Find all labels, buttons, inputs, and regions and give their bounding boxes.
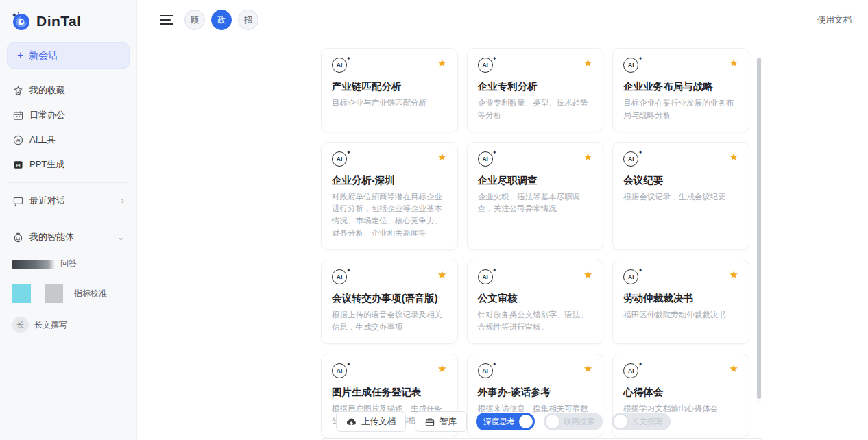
card-header: AI ✦ ★: [332, 269, 447, 286]
card-title: 会议转交办事项(语音版): [332, 292, 447, 305]
favorite-star-icon[interactable]: ★: [437, 151, 446, 162]
ai-sparkle-icon: AI ✦: [623, 363, 641, 380]
tab-gu[interactable]: 顾: [184, 10, 205, 30]
agent-card[interactable]: AI ✦ ★ 企业尽职调查 企业欠税、违法等基本尽职调查，关注公司异常情况: [467, 142, 604, 250]
agent-card[interactable]: AI ✦ ★ 企业分析-深圳 对政府单位招商等潜在目标企业进行分析，包括企业等企…: [321, 142, 458, 250]
deep-thinking-toggle[interactable]: 深度思考: [476, 413, 535, 430]
agent-card[interactable]: AI ✦ ★ 会议纪要 根据会议记录，生成会议纪要: [612, 142, 749, 250]
favorite-star-icon[interactable]: ★: [583, 363, 592, 374]
favorite-star-icon[interactable]: ★: [583, 58, 592, 68]
card-title: 劳动仲裁裁决书: [623, 292, 738, 305]
card-header: AI ✦ ★: [623, 58, 738, 74]
scrollbar-track[interactable]: [756, 58, 762, 404]
sidebar-item-label: AI工具: [29, 134, 56, 146]
card-header: AI ✦ ★: [478, 269, 593, 286]
upload-label: 上传文档: [361, 416, 396, 428]
card-title: 企业尽职调查: [478, 174, 593, 187]
favorite-star-icon[interactable]: ★: [583, 269, 592, 280]
favorite-star-icon[interactable]: ★: [730, 151, 738, 162]
agent-label: 指标校准: [74, 288, 107, 300]
knowledge-base-button[interactable]: 智库: [415, 411, 467, 432]
card-description: 企业专利数量、类型、技术趋势等分析: [478, 97, 593, 122]
sidebar-item-ppt[interactable]: PI PPT生成: [7, 152, 130, 177]
chat-bubble-icon: [12, 195, 23, 206]
card-description: 企业欠税、违法等基本尽职调查，关注公司异常情况: [478, 191, 593, 216]
card-description: 根据会议记录，生成会议纪要: [623, 191, 738, 204]
agent-item-long-writing[interactable]: 长 长文撰写: [12, 317, 124, 333]
toggle-label: 长文撰写: [631, 417, 663, 427]
sidebar-item-label: 日常办公: [29, 109, 65, 121]
sidebar-item-recent-chats[interactable]: 最近对话 ›: [7, 188, 130, 213]
favorite-star-icon[interactable]: ★: [730, 269, 738, 280]
app-title: DinTal: [36, 13, 82, 29]
upload-document-button[interactable]: 上传文档: [336, 411, 406, 432]
card-title: 企业业务布局与战略: [623, 80, 738, 93]
web-search-toggle[interactable]: 联网搜索: [544, 413, 603, 430]
toggle-knob: [519, 415, 533, 428]
sidebar: DinTal + 新会话 我的收藏 日常办公: [0, 0, 137, 440]
favorite-star-icon[interactable]: ★: [730, 58, 738, 68]
ai-sparkle-icon: AI ✦: [478, 269, 496, 286]
card-header: AI ✦ ★: [478, 363, 593, 380]
agent-card[interactable]: AI ✦ ★ 企业业务布局与战略 目标企业在某行业发展的业务布局与战略分析: [612, 48, 749, 132]
tab-zheng[interactable]: 政: [211, 10, 232, 30]
agent-item-qa[interactable]: 问答: [12, 258, 124, 269]
agent-card[interactable]: AI ✦ ★ 产业链匹配分析 目标企业与产业链匹配分析: [321, 48, 458, 132]
ai-sparkle-icon: AI ✦: [332, 269, 350, 286]
dintal-logo-icon: [11, 11, 32, 32]
scrollbar-thumb[interactable]: [757, 58, 761, 399]
card-title: 产业链匹配分析: [332, 80, 447, 93]
ai-sparkle-icon: AI ✦: [623, 58, 641, 74]
agent-card[interactable]: AI ✦ ★ 劳动仲裁裁决书 福田区仲裁院劳动仲裁裁决书: [612, 260, 749, 344]
tab-zhao[interactable]: 招: [238, 10, 258, 30]
new-chat-button[interactable]: + 新会话: [7, 42, 130, 69]
divider: [8, 182, 128, 183]
agent-card[interactable]: AI ✦ ★ 公文审核 针对政务类公文错别字、语法、合规性等进行审核。: [467, 260, 604, 344]
favorite-star-icon[interactable]: ★: [437, 269, 446, 280]
favorite-star-icon[interactable]: ★: [730, 363, 738, 374]
sidebar-item-label: 最近对话: [29, 195, 65, 207]
agent-card-area: AI ✦ ★ 产业链匹配分析 目标企业与产业链匹配分析 AI ✦ ★ 企业专利分…: [321, 48, 749, 440]
long-writing-toggle[interactable]: 长文撰写: [612, 413, 671, 430]
chevron-right-icon: ›: [121, 196, 124, 206]
sidebar-item-ai-tools[interactable]: AI AI工具: [7, 127, 130, 152]
favorite-star-icon[interactable]: ★: [583, 151, 592, 162]
usage-docs-link[interactable]: 使用文档: [817, 14, 852, 26]
card-description: 福田区仲裁院劳动仲裁裁决书: [623, 309, 738, 321]
ppt-icon: PI: [12, 159, 23, 170]
card-header: AI ✦ ★: [478, 58, 593, 74]
svg-text:AI: AI: [16, 138, 20, 142]
card-title: 公文审核: [478, 292, 593, 305]
card-header: AI ✦ ★: [623, 363, 738, 380]
redacted-agent-logo: [12, 260, 55, 269]
card-header: AI ✦ ★: [332, 363, 447, 380]
sidebar-item-daily-office[interactable]: 日常办公: [7, 103, 130, 127]
topbar: 顾 政 招 使用文档: [137, 0, 868, 40]
menu-hamburger-icon[interactable]: [160, 12, 173, 27]
svg-text:PI: PI: [16, 162, 20, 167]
agent-item-metric-calibration[interactable]: 指标校准: [12, 284, 124, 303]
new-chat-label: 新会话: [29, 49, 58, 62]
star-badge-icon: [12, 85, 23, 96]
robot-icon: [12, 232, 23, 243]
sidebar-item-favorites[interactable]: 我的收藏: [7, 78, 130, 103]
cyan-swatch-icon: [12, 284, 31, 303]
agent-list: 问答 指标校准 长 长文撰写: [7, 249, 130, 333]
kb-label: 智库: [439, 416, 457, 428]
sidebar-item-my-agents[interactable]: 我的智能体 ⌄: [7, 225, 130, 249]
card-header: AI ✦ ★: [623, 151, 738, 168]
agent-card[interactable]: AI ✦ ★ 企业专利分析 企业专利数量、类型、技术趋势等分析: [467, 48, 604, 132]
toggle-label: 深度思考: [483, 417, 515, 427]
card-title: 外事办-谈话参考: [478, 386, 593, 399]
agent-card-grid: AI ✦ ★ 产业链匹配分析 目标企业与产业链匹配分析 AI ✦ ★ 企业专利分…: [321, 48, 749, 440]
favorite-star-icon[interactable]: ★: [437, 363, 446, 374]
agent-card[interactable]: AI ✦ ★ 会议转交办事项(语音版) 根据上传的语音会议记录及相关信息，生成交…: [321, 260, 458, 344]
plus-icon: +: [17, 50, 23, 61]
ai-sparkle-icon: AI ✦: [623, 151, 641, 168]
card-title: 企业分析-深圳: [332, 174, 447, 187]
chat-toolbar: 上传文档 智库 深度思考 联网搜索 长: [336, 411, 671, 432]
agent-label: 问答: [60, 258, 77, 269]
card-description: 目标企业与产业链匹配分析: [332, 97, 447, 110]
favorite-star-icon[interactable]: ★: [437, 58, 446, 68]
card-description: 根据上传的语音会议记录及相关信息，生成交办事项: [332, 309, 447, 334]
